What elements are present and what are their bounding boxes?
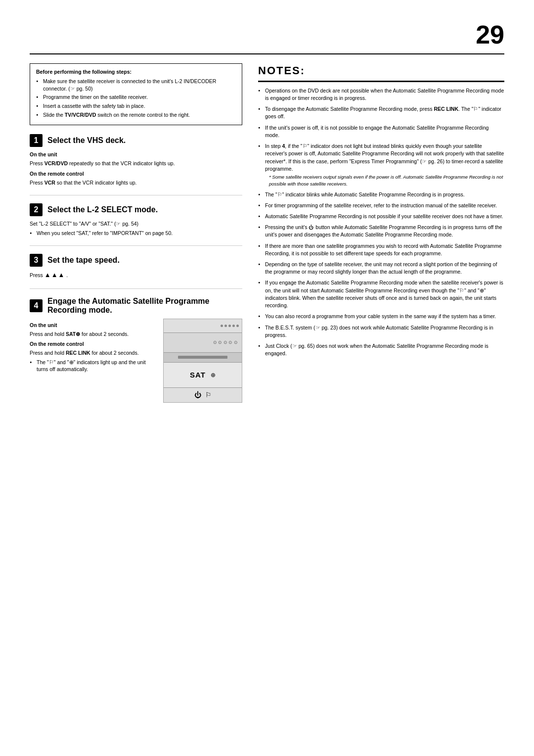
before-title: Before performing the following steps: bbox=[36, 69, 236, 75]
note-3: If the unit's power is off, it is not po… bbox=[258, 124, 504, 139]
step-1-on-unit-text: Press VCR/DVD repeatedly so that the VCR… bbox=[30, 160, 242, 167]
step-4-title: Engage the Automatic Satellite Programme… bbox=[47, 297, 242, 315]
before-step-4: Slide the TV/VCR/DVD switch on the remot… bbox=[36, 111, 236, 119]
step-1-remote-text: Press VCR so that the VCR indicator ligh… bbox=[30, 179, 242, 187]
step-1-title: Select the VHS deck. bbox=[47, 136, 126, 145]
step-4-bullet: The "⚐" and "⊕" indicators light up and … bbox=[30, 359, 156, 373]
before-step-3: Insert a cassette with the safety tab in… bbox=[36, 102, 236, 110]
step-3-body: Press ▲▲▲ . bbox=[30, 271, 242, 280]
flag-icon: ⚐ bbox=[205, 391, 212, 399]
vcr-controls: ⊙ ⊙ ⊙ ⊙ ⊙ bbox=[213, 340, 238, 345]
note-4: In step 4, if the "⚐" indicator does not… bbox=[258, 142, 504, 187]
note-12: You can also record a programme from you… bbox=[258, 313, 504, 320]
vcr-illustration: ⊙ ⊙ ⊙ ⊙ ⊙ SAT ⊕ ⏻ ⚐ bbox=[163, 319, 242, 403]
vcr-device-drawing: ⊙ ⊙ ⊙ ⊙ ⊙ SAT ⊕ ⏻ ⚐ bbox=[163, 319, 242, 403]
vcr-middle-panel: ⊙ ⊙ ⊙ ⊙ ⊙ bbox=[164, 333, 242, 353]
step-4-remote-label: On the remote control bbox=[30, 340, 156, 348]
step-2-body-text: Set "L-2 SELECT" to "A/V" or "SAT." (☞ p… bbox=[30, 220, 242, 228]
step-1-on-unit-label: On the unit bbox=[30, 151, 242, 159]
step-1-body: On the unit Press VCR/DVD repeatedly so … bbox=[30, 151, 242, 186]
note-9: If there are more than one satellite pro… bbox=[258, 242, 504, 257]
vcr-top-panel bbox=[164, 319, 242, 333]
step-3-number: 3 bbox=[30, 254, 43, 267]
step-4-number: 4 bbox=[30, 299, 43, 312]
step-4-body: On the unit Press and hold SAT⊕ for abou… bbox=[30, 319, 156, 375]
step-4: 4 Engage the Automatic Satellite Program… bbox=[30, 297, 242, 410]
before-step-2: Programme the timer on the satellite rec… bbox=[36, 94, 236, 101]
step-1-remote-label: On the remote control bbox=[30, 170, 242, 178]
sat-text: SAT bbox=[190, 371, 206, 379]
step-2-header: 2 Select the L-2 SELECT mode. bbox=[30, 203, 242, 216]
sat-symbol-icon: ⊕ bbox=[211, 372, 216, 378]
step-2-number: 2 bbox=[30, 203, 43, 216]
step-4-remote-text: Press and hold REC LINK for about 2 seco… bbox=[30, 349, 156, 357]
step-4-header: 4 Engage the Automatic Satellite Program… bbox=[30, 297, 242, 315]
note-6: For timer programming of the satellite r… bbox=[258, 202, 504, 209]
page-number: 29 bbox=[30, 20, 504, 54]
note-1: Operations on the DVD deck are not possi… bbox=[258, 87, 504, 102]
before-steps-list: Make sure the satellite receiver is conn… bbox=[36, 78, 236, 118]
note-13: The B.E.S.T. system (☞ pg. 23) does not … bbox=[258, 324, 504, 339]
step-4-on-unit-text: Press and hold SAT⊕ for about 2 seconds. bbox=[30, 331, 156, 338]
note-2: To disengage the Automatic Satellite Pro… bbox=[258, 105, 504, 120]
vcr-tape-slot bbox=[178, 356, 227, 359]
notes-title: Notes: bbox=[258, 63, 504, 82]
left-column: Before performing the following steps: M… bbox=[30, 63, 242, 418]
vcr-dot-4 bbox=[232, 325, 235, 327]
before-steps-box: Before performing the following steps: M… bbox=[30, 63, 242, 125]
vcr-dot-3 bbox=[228, 325, 231, 327]
step-2: 2 Select the L-2 SELECT mode. Set "L-2 S… bbox=[30, 203, 242, 245]
vcr-power-panel: ⏻ ⚐ bbox=[164, 387, 242, 402]
vcr-dot-5 bbox=[236, 325, 239, 327]
before-step-1: Make sure the satellite receiver is conn… bbox=[36, 78, 236, 92]
note-14: Just Clock (☞ pg. 65) does not work when… bbox=[258, 342, 504, 357]
vcr-bottom-panel: SAT ⊕ bbox=[164, 363, 242, 387]
step-1-header: 1 Select the VHS deck. bbox=[30, 134, 242, 147]
note-10: Depending on the type of satellite recei… bbox=[258, 261, 504, 276]
notes-section: Notes: Operations on the DVD deck are no… bbox=[258, 63, 504, 361]
note-8: Pressing the unit's ⏻ button while Autom… bbox=[258, 224, 504, 238]
step-4-layout: On the unit Press and hold SAT⊕ for abou… bbox=[30, 319, 242, 403]
vcr-dot-1 bbox=[221, 325, 223, 327]
step-4-on-unit-label: On the unit bbox=[30, 322, 156, 330]
step-1: 1 Select the VHS deck. On the unit Press… bbox=[30, 134, 242, 195]
step-1-number: 1 bbox=[30, 134, 43, 147]
step-3-header: 3 Set the tape speed. bbox=[30, 254, 242, 267]
step-3-body-text: Press ▲▲▲ . bbox=[30, 271, 242, 280]
vcr-dot-2 bbox=[224, 325, 227, 327]
power-icon: ⏻ bbox=[194, 391, 201, 399]
step-2-title: Select the L-2 SELECT mode. bbox=[47, 205, 158, 214]
note-5: The "⚐" indicator blinks while Automatic… bbox=[258, 191, 504, 198]
step-3: 3 Set the tape speed. Press ▲▲▲ . bbox=[30, 254, 242, 289]
note-7: Automatic Satellite Programme Recording … bbox=[258, 213, 504, 220]
step-2-body: Set "L-2 SELECT" to "A/V" or "SAT." (☞ p… bbox=[30, 220, 242, 236]
notes-list: Operations on the DVD deck are not possi… bbox=[258, 87, 504, 358]
note-11: If you engage the Automatic Satellite Pr… bbox=[258, 279, 504, 309]
step-3-title: Set the tape speed. bbox=[47, 256, 120, 265]
vcr-slot bbox=[164, 353, 242, 363]
step-2-bullet: When you select "SAT," refer to "IMPORTA… bbox=[30, 230, 242, 237]
